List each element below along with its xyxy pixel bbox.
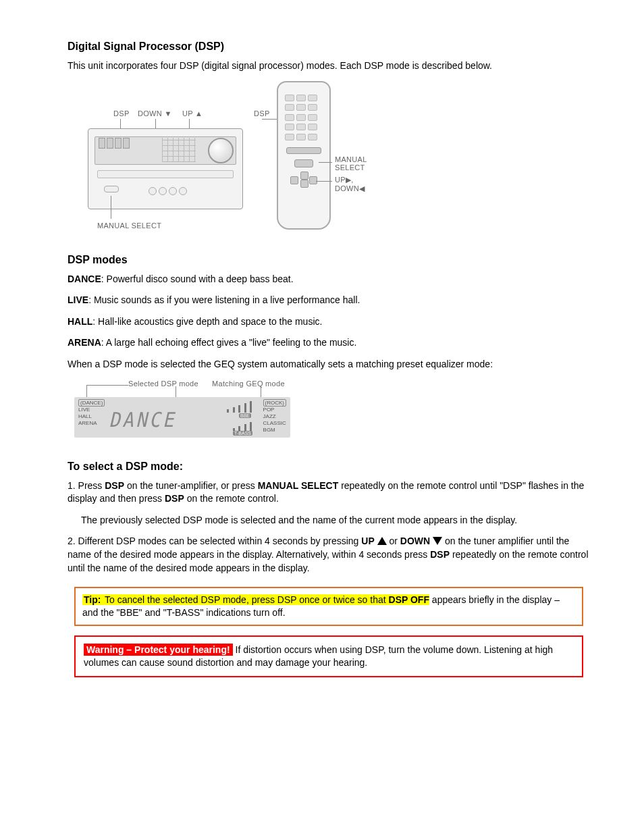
lcd-panel: (DANCE) LIVE HALL ARENA DANCE BBE T-BASS <box>74 397 290 438</box>
dsp-mode-row: HALL: Hall-like acoustics give depth and… <box>68 315 590 329</box>
dsp-mode-row: LIVE: Music sounds as if you were listen… <box>68 294 590 307</box>
remote-illustration <box>277 81 331 230</box>
mode-name: ARENA <box>68 337 101 348</box>
warning-label: Warning – Protect your hearing! <box>84 644 233 656</box>
dsp-list: (DANCE) LIVE HALL ARENA <box>78 400 105 427</box>
label-down: DOWN ▼ <box>138 109 172 118</box>
dsp-mode-row: DANCE: Powerful disco sound with a deep … <box>68 273 590 286</box>
label-dsp-right: DSP <box>254 109 270 118</box>
mode-desc: Music sounds as if you were listening in… <box>94 294 360 305</box>
mode-desc: Powerful disco sound with a deep bass be… <box>107 273 294 284</box>
label-manual-select-bottom: MANUAL SELECT <box>97 221 161 230</box>
list-item: ARENA <box>78 420 97 426</box>
leader-line <box>316 181 332 182</box>
caption-matching-geq: Matching GEQ mode <box>212 380 285 388</box>
list-item: (ROCK) <box>263 399 286 407</box>
warning-box: Warning – Protect your hearing! If disto… <box>74 635 583 677</box>
mode-desc: Hall-like acoustics give depth and space… <box>98 316 322 327</box>
leader-line <box>319 162 332 163</box>
text: 2. Different DSP modes can be selected w… <box>68 536 361 546</box>
document-page: Digital Signal Processor (DSP) This unit… <box>0 0 644 834</box>
down-triangle-icon <box>433 537 442 545</box>
list-item: CLASSIC <box>263 420 286 426</box>
manual-select-key: MANUAL SELECT <box>258 480 339 491</box>
list-item: LIVE <box>78 407 90 413</box>
dsp-modes-heading: DSP modes <box>68 254 590 266</box>
mode-name: LIVE <box>68 294 88 305</box>
text: 1. Press <box>68 480 105 491</box>
tip-line1: To cancel the selected DSP mode, press D… <box>102 594 388 605</box>
label-updown-right: UP▶, DOWN◀ <box>335 176 365 193</box>
label-manual-select-right: MANUAL SELECT <box>335 155 367 172</box>
lcd-text: DANCE <box>109 408 176 432</box>
mode-name: HALL <box>68 316 92 327</box>
list-item: (DANCE) <box>78 399 105 407</box>
up-triangle-icon <box>377 537 387 545</box>
tip-label: Tip: <box>82 594 102 605</box>
up-key: UP <box>361 536 374 546</box>
mode-desc: A large hall echoing effect gives a "liv… <box>106 337 357 348</box>
label-up: UP ▲ <box>182 109 203 118</box>
section-heading: Digital Signal Processor (DSP) <box>68 41 590 53</box>
dsp-geq-note: When a DSP mode is selected the GEQ syst… <box>68 358 590 371</box>
text: or <box>390 536 400 546</box>
dsp-key: DSP <box>165 493 184 504</box>
dsp-off: DSP OFF <box>389 594 429 605</box>
caption-selected-dsp: Selected DSP mode <box>128 380 198 388</box>
down-key: DOWN <box>400 536 430 546</box>
section-intro: This unit incorporates four DSP (digital… <box>68 59 590 73</box>
dsp-key: DSP <box>430 549 450 560</box>
list-item: POP <box>263 407 275 413</box>
mode-name: DANCE <box>68 273 101 284</box>
tbass-tag: T-BASS <box>233 431 252 436</box>
step-1: 1. Press DSP on the tuner-amplifier, or … <box>68 479 590 506</box>
tip-box: Tip: To cancel the selected DSP mode, pr… <box>74 587 583 626</box>
list-item: HALL <box>78 413 92 419</box>
text: on the tuner-amplifier, or press <box>127 480 258 491</box>
list-item: JAZZ <box>263 413 276 419</box>
text: on the remote control. <box>187 493 279 504</box>
select-mode-heading: To select a DSP mode: <box>68 461 590 473</box>
list-item: BGM <box>263 427 275 433</box>
figure-receiver-remote: DSP DOWN ▼ UP ▲ DSP MANUAL SELECT <box>81 81 398 243</box>
leader-line <box>111 196 111 219</box>
dsp-key: DSP <box>105 480 124 491</box>
step-1-note: The previously selected DSP mode is sele… <box>81 514 590 527</box>
bbe-tag: BBE <box>239 413 251 418</box>
geq-list: (ROCK) POP JAZZ CLASSIC BGM <box>263 400 286 434</box>
leader-line <box>86 385 128 386</box>
label-dsp-left: DSP <box>113 109 130 118</box>
dsp-mode-row: ARENA: A large hall echoing effect gives… <box>68 336 590 350</box>
figure-display: Selected DSP mode Matching GEQ mode (DAN… <box>74 380 304 447</box>
step-2: 2. Different DSP modes can be selected w… <box>68 535 590 575</box>
